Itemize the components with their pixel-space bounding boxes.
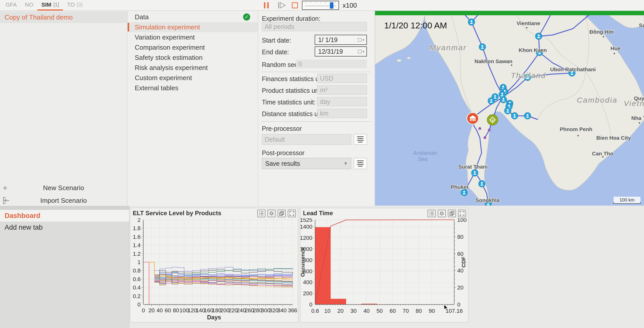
lead-time-chart-plot: 0200400600800100012001400152502040608010… <box>300 218 468 321</box>
customer-node-icon[interactable] <box>524 113 531 119</box>
postprocessor-menu-button[interactable] <box>354 158 367 169</box>
dashboard-charts-area: ELT Service Level by Products 00.20.40.6… <box>129 206 644 328</box>
customer-node-icon[interactable] <box>504 107 511 114</box>
map-city-label: Phuket <box>451 184 468 190</box>
postprocessor-select[interactable]: Save results ▼ <box>262 158 351 169</box>
copy-icon[interactable] <box>278 210 286 217</box>
preprocessor-menu-button[interactable] <box>354 134 367 145</box>
svg-text:200: 200 <box>303 290 312 297</box>
start-date-input[interactable] <box>315 36 348 44</box>
svg-text:1.4: 1.4 <box>133 242 141 248</box>
map-canvas: VientianeKhon KaenNakhon SawanUbon Ratch… <box>375 11 644 206</box>
pause-icon <box>264 2 265 8</box>
svg-text:0: 0 <box>309 301 312 308</box>
mouse-cursor <box>444 304 450 312</box>
map-city-label: Đồng Hới <box>589 29 614 35</box>
map-sea-label: Andaman <box>413 150 437 156</box>
customer-node-icon[interactable] <box>479 180 485 187</box>
svg-text:20: 20 <box>457 284 463 291</box>
svg-text:0: 0 <box>138 301 141 308</box>
preprocessor-input <box>262 134 351 145</box>
chart-panel-lead-time: Lead Time 020040060080010001200140015250… <box>300 208 468 322</box>
maximize-icon[interactable] <box>458 210 466 217</box>
map-city-label: Bien Hoa City <box>596 135 631 141</box>
scenario-item-selected[interactable]: Copy of Thailand demo <box>0 11 127 23</box>
supply-chain-map[interactable]: VientianeKhon KaenNakhon SawanUbon Ratch… <box>375 11 644 206</box>
step-run-button[interactable] <box>278 0 287 11</box>
svg-text:2: 2 <box>138 218 141 223</box>
experiment-item-simulation-experiment[interactable]: Simulation experiment <box>128 22 258 32</box>
customer-node-icon[interactable] <box>471 170 478 176</box>
svg-text:0.6: 0.6 <box>311 308 319 314</box>
legend-icon[interactable] <box>428 210 436 217</box>
svg-text:400: 400 <box>303 279 312 285</box>
tab-sim[interactable]: SIM[1] <box>37 0 63 11</box>
map-city-label: Sa <box>639 22 644 28</box>
svg-text:70: 70 <box>403 308 409 314</box>
stop-button[interactable] <box>292 0 298 11</box>
svg-text:0.4: 0.4 <box>133 284 141 291</box>
calendar-icon[interactable]: ▾ <box>358 49 364 54</box>
svg-text:1525: 1525 <box>300 218 312 223</box>
svg-text:1400: 1400 <box>300 224 312 230</box>
speed-multiplier-label: x100 <box>343 0 357 11</box>
end-date-label: End date: <box>262 48 289 56</box>
map-city-label: Khon Kaen <box>519 47 547 53</box>
svg-text:1.6: 1.6 <box>133 234 141 240</box>
experiment-item-data[interactable]: Data✓ <box>128 12 258 22</box>
svg-text:80: 80 <box>173 307 179 313</box>
end-date-field[interactable]: ▾ <box>315 46 367 57</box>
svg-text:366: 366 <box>288 307 297 313</box>
tab-dashboard[interactable]: Dashboard <box>0 210 129 222</box>
dc-node-icon[interactable] <box>467 113 479 124</box>
supplier-node-icon[interactable] <box>487 115 498 125</box>
customer-node-icon[interactable] <box>479 44 486 50</box>
experiment-item-external-tables[interactable]: External tables <box>128 83 258 93</box>
experiment-item-custom-experiment[interactable]: Custom experiment <box>128 73 258 83</box>
svg-text:40: 40 <box>363 308 369 314</box>
x-axis-label: Days <box>130 314 298 321</box>
experiment-duration-label: Experiment duration: <box>262 15 320 22</box>
add-new-tab-button[interactable]: Add new tab <box>0 222 129 233</box>
svg-text:60: 60 <box>389 308 396 314</box>
customer-node-icon[interactable] <box>488 98 495 104</box>
start-date-field[interactable]: ▾ <box>315 35 367 45</box>
svg-text:0: 0 <box>457 301 460 308</box>
end-date-input[interactable] <box>315 48 348 56</box>
map-scale-label: 100 km <box>619 197 634 203</box>
svg-text:340: 340 <box>277 307 287 313</box>
svg-text:0.8: 0.8 <box>133 267 141 274</box>
svg-text:90: 90 <box>429 308 435 314</box>
new-scenario-button[interactable]: + New Scenario <box>0 182 127 193</box>
map-city-label: Phnom Penh <box>560 126 592 132</box>
experiment-item-comparison-experiment[interactable]: Comparison experiment <box>128 42 258 52</box>
divider <box>261 72 371 72</box>
speed-slider[interactable] <box>302 1 339 10</box>
experiment-item-safety-stock-estimation[interactable]: Safety stock estimation <box>128 52 258 63</box>
customer-node-icon[interactable] <box>535 33 542 40</box>
experiment-item-variation-experiment[interactable]: Variation experiment <box>128 32 258 42</box>
svg-text:1: 1 <box>138 259 141 265</box>
settings-icon[interactable] <box>267 210 276 217</box>
import-scenario-button[interactable]: Import Scenario <box>0 195 127 206</box>
elt-chart-plot: 00.20.40.60.811.21.41.61.820204060801001… <box>130 218 298 313</box>
legend-icon[interactable] <box>257 210 265 217</box>
customer-node-icon[interactable] <box>461 189 467 196</box>
calendar-icon[interactable]: ▾ <box>358 38 364 42</box>
svg-text:100: 100 <box>457 218 467 223</box>
tab-gfa[interactable]: GFA <box>2 0 21 11</box>
pause-button[interactable] <box>264 0 269 11</box>
maximize-icon[interactable] <box>288 210 296 217</box>
step-play-icon <box>278 2 287 9</box>
simulation-progress-bar <box>375 11 644 15</box>
random-seed-input <box>296 60 367 68</box>
customer-node-icon[interactable] <box>468 19 475 25</box>
svg-text:50: 50 <box>377 308 383 314</box>
copy-icon[interactable] <box>448 210 456 217</box>
tab-to[interactable]: TO[3] <box>63 0 86 11</box>
experiment-item-risk-analysis-experiment[interactable]: Risk analysis experiment <box>128 63 258 73</box>
tab-no[interactable]: NO <box>21 0 37 11</box>
settings-icon[interactable] <box>438 210 446 217</box>
customer-node-icon[interactable] <box>500 96 507 103</box>
customer-node-icon[interactable] <box>511 113 518 119</box>
